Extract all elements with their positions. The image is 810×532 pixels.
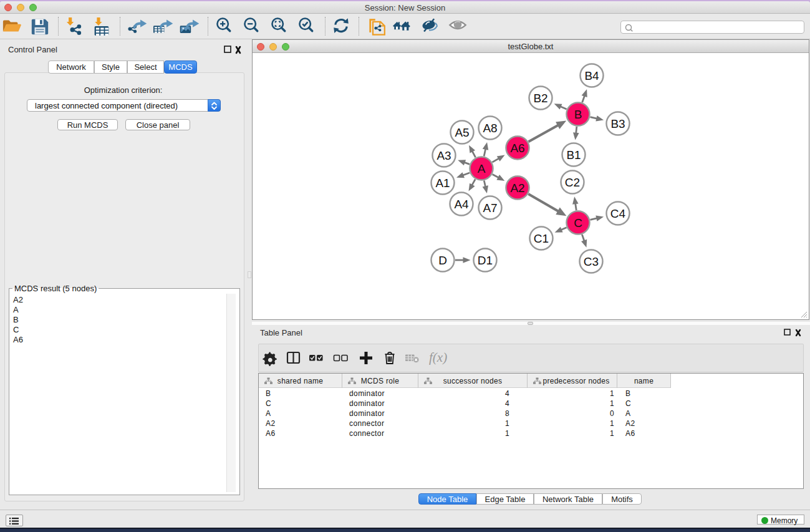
- svg-text:A1: A1: [435, 177, 450, 190]
- svg-text:B: B: [574, 108, 582, 121]
- svg-text:C3: C3: [584, 255, 599, 268]
- svg-text:A4: A4: [454, 198, 469, 211]
- svg-text:A6: A6: [510, 142, 524, 155]
- svg-text:D1: D1: [478, 254, 493, 267]
- svg-text:A2: A2: [510, 181, 524, 195]
- svg-text:B2: B2: [533, 92, 547, 105]
- svg-text:A3: A3: [436, 149, 451, 162]
- svg-text:C4: C4: [610, 207, 626, 220]
- svg-text:f(x): f(x): [429, 350, 447, 365]
- svg-text:B4: B4: [584, 69, 599, 82]
- svg-text:A5: A5: [455, 126, 469, 139]
- svg-text:A7: A7: [483, 201, 497, 215]
- svg-text:C: C: [574, 216, 582, 230]
- svg-text:B3: B3: [610, 117, 625, 130]
- svg-text:D: D: [438, 254, 447, 267]
- svg-text:C2: C2: [565, 176, 580, 189]
- svg-text:C1: C1: [534, 232, 549, 245]
- svg-text:B1: B1: [566, 148, 581, 162]
- svg-text:A8: A8: [483, 122, 497, 135]
- svg-text:A: A: [478, 162, 486, 175]
